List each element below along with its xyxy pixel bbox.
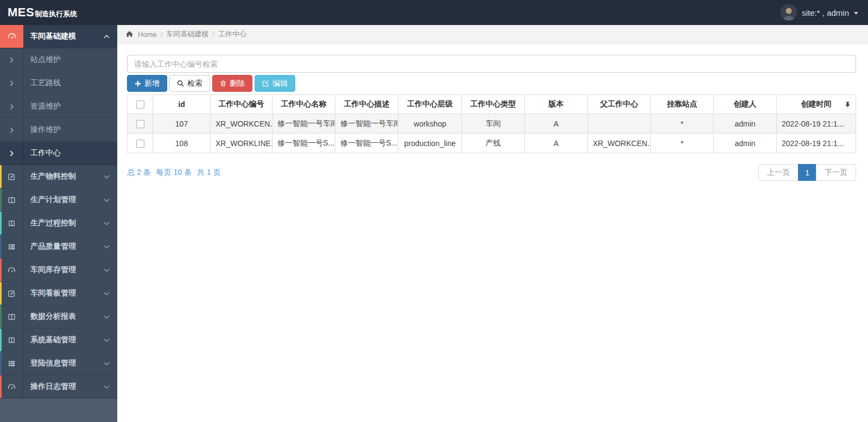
sidebar-item-work-center[interactable]: 工作中心: [0, 142, 117, 165]
column-header-name[interactable]: 工作中心名称: [273, 95, 335, 114]
sidebar-item-system-basic-management[interactable]: 系统基础管理: [0, 329, 117, 352]
sidebar-item-workshop-kanban-management[interactable]: 车间看板管理: [0, 282, 117, 305]
cell-parent: XR_WORKCEN...: [588, 134, 651, 153]
column-header-parent[interactable]: 父工作中心: [588, 95, 651, 114]
sidebar-item-label: 系统基础管理: [23, 335, 76, 345]
pager-buttons: 上一页 1 下一页: [758, 164, 856, 181]
cell-parent: [588, 114, 651, 134]
chevron-down-icon: [104, 338, 110, 342]
sidebar-item-operation-maintenance[interactable]: 操作维护: [0, 118, 117, 142]
pagination-info: 总 2 条 每页 10 条 共 1 页: [127, 168, 221, 178]
search-icon: [177, 80, 184, 87]
add-button-label: 新增: [144, 79, 160, 89]
select-all-header: [128, 95, 153, 114]
sidebar-item-operation-log-management[interactable]: 操作日志管理: [0, 375, 117, 399]
chevron-down-icon: [104, 175, 110, 179]
sidebar-group-workshop-modeling[interactable]: 车间基础建模: [0, 25, 117, 48]
next-page-button[interactable]: 下一页: [816, 164, 856, 181]
cell-id: 107: [153, 114, 211, 134]
page-1-button[interactable]: 1: [798, 164, 816, 181]
select-all-checkbox[interactable]: [136, 100, 144, 109]
cell-level: workshop: [398, 114, 462, 134]
pagination-per-page: 每页 10 条: [156, 168, 192, 178]
row-checkbox[interactable]: [136, 120, 144, 128]
cell-creator: admin: [714, 134, 777, 153]
table-row[interactable]: 107 XR_WORKCEN... 修一智能一号车间 修一智能一号车间 work…: [128, 114, 856, 134]
color-strip: [0, 212, 2, 235]
sidebar-item-login-info-management[interactable]: 登陆信息管理: [0, 352, 117, 375]
pencil-square-icon: [0, 165, 23, 188]
table-row[interactable]: 108 XR_WORKLINE... 修一智能一号S... 修一智能一号S...…: [128, 134, 856, 153]
sidebar-item-product-quality-management[interactable]: 产品质量管理: [0, 235, 117, 259]
sidebar-item-label: 操作维护: [23, 125, 61, 135]
chevron-down-icon: [104, 268, 110, 272]
column-header-station[interactable]: 挂靠站点: [651, 95, 714, 114]
cell-station: *: [651, 114, 714, 134]
column-header-level[interactable]: 工作中心层级: [398, 95, 462, 114]
color-strip: [0, 165, 2, 188]
color-strip: [0, 305, 2, 328]
sidebar-item-workshop-inventory-management[interactable]: 车间库存管理: [0, 259, 117, 282]
home-icon: [126, 31, 133, 37]
columns-icon: [0, 188, 23, 211]
user-menu[interactable]: site:* , admin: [781, 4, 868, 21]
search-button-label: 检索: [187, 79, 202, 89]
column-header-id[interactable]: id: [153, 95, 211, 114]
sidebar-item-production-plan-management[interactable]: 生产计划管理: [0, 188, 117, 212]
th-list-icon: [0, 235, 23, 258]
chevron-down-icon: [104, 292, 110, 295]
color-strip: [0, 329, 2, 351]
pushpin-icon[interactable]: [845, 102, 851, 108]
sidebar-item-label: 操作日志管理: [23, 382, 76, 392]
pagination: 总 2 条 每页 10 条 共 1 页 上一页 1 下一页: [127, 164, 856, 181]
columns-icon: [0, 305, 23, 328]
column-header-version[interactable]: 版本: [525, 95, 588, 114]
top-bar: MES制造执行系统 site:* , admin: [0, 0, 868, 25]
sidebar-item-label: 工作中心: [23, 148, 61, 158]
edit-button[interactable]: 编辑: [255, 75, 295, 92]
tachometer-icon: [0, 25, 23, 48]
app-logo-text: 制造执行系统: [35, 9, 77, 19]
book-icon: [0, 329, 23, 351]
column-header-created[interactable]: 创建时间: [777, 95, 856, 114]
sidebar-item-process-route[interactable]: 工艺路线: [0, 72, 117, 95]
breadcrumb-home[interactable]: Home: [138, 30, 157, 39]
column-header-creator[interactable]: 创建人: [714, 95, 777, 114]
cell-code: XR_WORKLINE...: [211, 134, 273, 153]
column-header-desc[interactable]: 工作中心描述: [335, 95, 398, 114]
edit-icon: [262, 80, 269, 87]
search-button[interactable]: 检索: [169, 75, 210, 92]
sidebar: 车间基础建模 站点维护 工艺路线 资源维护 操作维护 工作中心 生产物料控制: [0, 25, 117, 422]
chevron-up-icon: [104, 35, 110, 39]
sidebar-item-production-material-control[interactable]: 生产物料控制: [0, 165, 117, 188]
cell-version: A: [525, 114, 588, 134]
content-area: Home / 车间基础建模 / 工作中心 新增 检索 删除 编辑: [117, 25, 868, 422]
trash-icon: [220, 80, 226, 87]
chevron-right-icon: [0, 118, 23, 141]
cell-desc: 修一智能一号S...: [335, 134, 398, 153]
app-logo-acronym: MES: [8, 5, 34, 20]
breadcrumb-separator: /: [212, 30, 214, 39]
breadcrumb-level2: 工作中心: [218, 29, 246, 39]
sidebar-item-data-analysis-report[interactable]: 数据分析报表: [0, 305, 117, 329]
row-checkbox[interactable]: [136, 140, 144, 148]
sidebar-item-resource-maintenance[interactable]: 资源维护: [0, 95, 117, 118]
delete-button-label: 删除: [230, 79, 245, 89]
cell-creator: admin: [714, 114, 777, 134]
add-button[interactable]: 新增: [127, 75, 167, 92]
cell-type: 车间: [462, 114, 525, 134]
delete-button[interactable]: 删除: [212, 75, 252, 92]
sidebar-item-production-process-control[interactable]: 生产过程控制: [0, 212, 117, 235]
search-input[interactable]: [127, 55, 856, 73]
plus-icon: [135, 80, 141, 87]
prev-page-button[interactable]: 上一页: [758, 164, 799, 181]
color-strip: [0, 282, 2, 305]
breadcrumb-level1[interactable]: 车间基础建模: [166, 29, 208, 39]
pagination-page-count: 共 1 页: [197, 168, 221, 178]
cell-name: 修一智能一号S...: [273, 134, 335, 153]
column-header-type[interactable]: 工作中心类型: [462, 95, 525, 114]
cell-created: 2022-08-19 21:1...: [777, 114, 856, 134]
column-header-code[interactable]: 工作中心编号: [211, 95, 273, 114]
sidebar-item-station-maintenance[interactable]: 站点维护: [0, 48, 117, 72]
cell-name: 修一智能一号车间: [273, 114, 335, 134]
